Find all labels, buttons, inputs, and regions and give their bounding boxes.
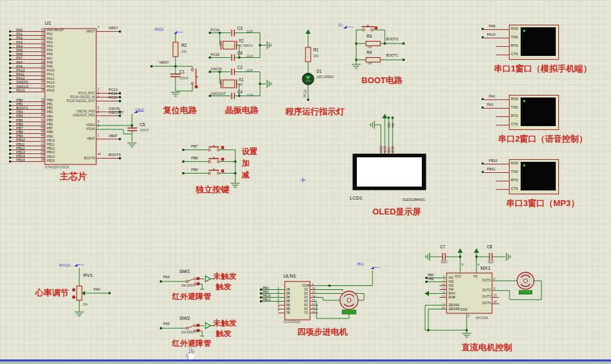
pin-name: GND (460, 308, 467, 311)
cap-ref: C8 (487, 245, 492, 249)
net-label-vertical: PC13 (304, 90, 307, 98)
uln-input-row: PB14 4 (259, 299, 285, 303)
pin-name: SENSA (448, 304, 460, 307)
keys-rows: PB7 设置 PB8 加 PB9 减 (181, 144, 265, 179)
proteus-schematic-canvas: PA0 10 PA0-WKUP PA1 11 PA1 PA2 12 PA2 PA… (0, 0, 611, 364)
block-label: 串口2窗口（语音控制） (474, 135, 611, 144)
pin-number: 5 (98, 107, 99, 110)
net-label: OSCIN (109, 107, 120, 110)
pin-wire (484, 99, 509, 100)
net-label: OSCOUT (211, 92, 226, 96)
serial-terminal: PA2 PA3 RXD TXD RTS CTS 串口2窗口（语音控制） (474, 95, 611, 166)
net-label: PB10 (16, 138, 25, 142)
cap-value: 30pF (488, 261, 494, 264)
hand-cursor-icon (184, 346, 194, 361)
pin-name: IN2 (448, 280, 454, 283)
pin-number: 33 (36, 77, 44, 79)
pin-number: 6 (442, 292, 445, 294)
net-label: PB11 (487, 168, 495, 171)
boot-circuit-graphics (343, 25, 405, 68)
pin-wire (484, 164, 509, 164)
pin-number: 9 (98, 121, 99, 124)
net-label: PA9 (489, 25, 495, 28)
cap-value: 12pF (246, 70, 253, 72)
pin-number: 16 (312, 288, 315, 291)
state-label-triggered: 触发 (216, 330, 231, 339)
pin-name: OSCIN_PD0 (60, 110, 95, 113)
pin-name: BOOT0 (60, 157, 95, 160)
pin-number: 2 (98, 88, 99, 91)
net-label: PA2 (489, 95, 495, 98)
pin-number: 8 (98, 125, 99, 127)
pin-name: NRST (60, 30, 95, 33)
pin-name: TXD (511, 106, 518, 109)
net-label: SWDIO (16, 81, 28, 84)
pin-number: 14 (493, 301, 497, 304)
cap-ref: C4 (237, 90, 242, 94)
terminal-screen[interactable] (521, 162, 556, 190)
pin-name: 2B (286, 292, 290, 295)
pin-number: 6 (278, 306, 279, 309)
pin-number: 10 (442, 284, 445, 287)
pin-number: 26 (36, 151, 44, 153)
pin-name: OUT3 (480, 295, 491, 298)
chip-part: STM32F103C8 (45, 166, 69, 169)
terminal-screen[interactable] (521, 98, 556, 126)
resistor-ref: R3 (367, 34, 372, 38)
pin-number: 32 (36, 73, 44, 75)
led-ref: D1 (317, 70, 322, 73)
pin-name: RTS (511, 44, 518, 47)
net-label: NRST (109, 27, 118, 30)
block-label: 直流电机控制 (462, 343, 512, 353)
key-row: PB8 加 (181, 156, 265, 168)
pin-name: PA13 (47, 81, 55, 84)
pin-wire (496, 55, 509, 55)
pin-number: 3 (493, 288, 495, 291)
probe-label: R2(2) (155, 28, 164, 31)
pin-number: 9 (462, 264, 463, 266)
pot-ref: RV1 (83, 273, 93, 278)
crystal-group: OSCIN C2 12pF X1 8M OSCOUT C4 12pF (208, 65, 286, 104)
mx-pin-row: 11 ENB (439, 296, 478, 300)
pin-number: 7 (98, 27, 99, 29)
reset-button-actuator[interactable] (195, 85, 198, 88)
pot-adjust-dots[interactable] (72, 289, 75, 298)
boot-button-actuator[interactable] (374, 27, 377, 29)
block-label: 晶振电路 (225, 106, 259, 116)
pin-name: VCC (454, 275, 461, 278)
pin-name: PA6 (47, 53, 53, 56)
uln-part: ULN2003A (283, 320, 301, 324)
pin-name: 3B (286, 296, 290, 299)
mx-left-pins: 5 IN1 7 IN2 10 IN3 12 IN4 6 ENA 11 ENB 1… (439, 276, 478, 311)
pin-number: 6 (98, 111, 99, 114)
mcu-porta-pins: PA0 10 PA0-WKUP PA1 11 PA1 PA2 12 PA2 PA… (8, 29, 94, 94)
net-label: BOOT0 (109, 153, 120, 157)
pin-name: VS (473, 275, 478, 278)
driver-ref: MX1 (480, 266, 491, 271)
cap-ref: C1 (179, 70, 185, 74)
cap-value: 30pF (441, 261, 447, 264)
cap-value: 12pF (246, 94, 253, 97)
pin-name: RXD (511, 27, 518, 31)
net-label: OSCIN (211, 68, 222, 71)
pin-number: 14 (312, 296, 315, 298)
key-function-label: 加 (242, 159, 250, 168)
pin-name: COM (302, 284, 308, 287)
terminal-screen[interactable] (521, 27, 556, 56)
pin-number: 16 (36, 53, 44, 55)
pin-name: PC13_RTC (60, 92, 95, 95)
pin-number: 1 (278, 287, 279, 290)
pin-name: 1B (286, 288, 290, 291)
pin-number: 22 (36, 143, 44, 146)
pin-name: SENSB (448, 307, 460, 311)
pin-name: RTS (511, 179, 518, 182)
net-label: PA9 (16, 65, 23, 68)
net-label: BOOT0 (386, 38, 398, 41)
pin-number: 1 (442, 304, 445, 306)
oled-pin-name: SDA (391, 146, 395, 153)
pin-number: 4 (478, 264, 479, 266)
key-row: PB7 设置 (181, 144, 265, 156)
net-label: NRST (159, 61, 169, 64)
pin-name: PA9 (47, 65, 53, 68)
probe-label: RV1(2) (59, 264, 70, 267)
